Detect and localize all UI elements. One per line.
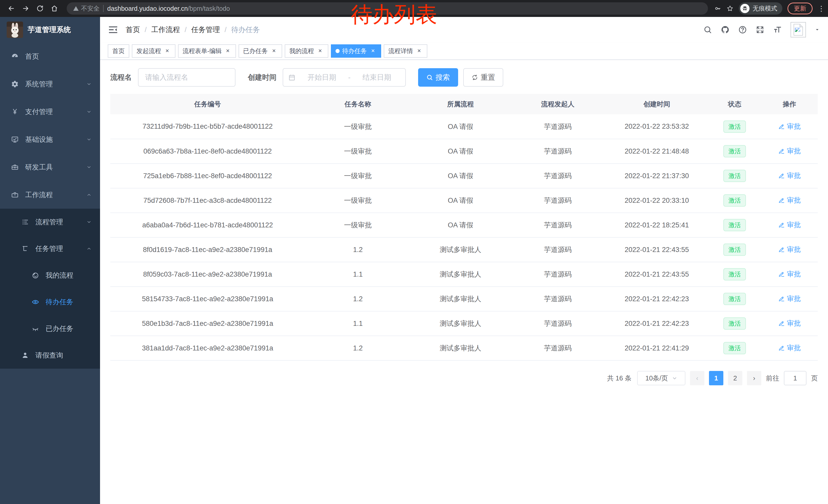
browser-forward-button[interactable]	[19, 2, 32, 15]
column-header: 任务编号	[110, 94, 305, 114]
tab-close-icon[interactable]: ×	[317, 47, 324, 55]
approve-label: 审批	[787, 171, 801, 180]
sidebar-item-7[interactable]: 任务管理	[0, 235, 100, 262]
sidebar-item-label: 工作流程	[25, 190, 53, 199]
breadcrumb-item[interactable]: 首页	[126, 25, 140, 35]
approve-link[interactable]: 审批	[778, 294, 801, 303]
approve-label: 审批	[787, 122, 801, 131]
cell-status: 激活	[708, 139, 761, 164]
sidebar-item-4[interactable]: 研发工具	[0, 153, 100, 181]
range-separator: -	[348, 73, 350, 82]
sidebar-item-1[interactable]: 系统管理	[0, 70, 100, 98]
search-button[interactable]: 搜索	[418, 68, 458, 87]
pen-icon	[778, 345, 785, 351]
approve-link[interactable]: 审批	[778, 269, 801, 279]
jump-prefix: 前往	[766, 374, 779, 383]
font-size-icon[interactable]	[773, 26, 782, 34]
approve-link[interactable]: 审批	[778, 319, 801, 328]
avatar[interactable]	[791, 22, 806, 37]
help-icon[interactable]	[738, 26, 747, 34]
approve-label: 审批	[787, 294, 801, 303]
tab-5[interactable]: 待办任务×	[331, 44, 381, 58]
cell-status: 激活	[708, 213, 761, 237]
search-icon[interactable]	[703, 26, 712, 34]
eyeclosed-icon	[31, 325, 40, 332]
jump-page-input[interactable]	[784, 371, 806, 385]
sidebar-fold-icon[interactable]	[108, 25, 118, 35]
tab-1[interactable]: 发起流程×	[132, 44, 175, 58]
page-size-select[interactable]: 10条/页	[637, 371, 686, 385]
breadcrumb-item[interactable]: 任务管理	[191, 25, 220, 35]
end-date-placeholder: 结束日期	[354, 73, 400, 82]
github-icon[interactable]	[721, 26, 730, 34]
tab-close-icon[interactable]: ×	[369, 47, 377, 55]
approve-link[interactable]: 审批	[778, 196, 801, 205]
cell-action: 审批	[761, 237, 818, 262]
status-badge: 激活	[723, 194, 746, 207]
tab-0[interactable]: 首页	[108, 44, 129, 58]
approve-label: 审批	[787, 220, 801, 229]
sidebar-item-3[interactable]: 基础设施	[0, 126, 100, 153]
sidebar-item-8[interactable]: 我的流程	[0, 262, 100, 289]
sidebar-item-5[interactable]: 工作流程	[0, 181, 100, 209]
sidebar-item-6[interactable]: 流程管理	[0, 209, 100, 235]
date-range-picker[interactable]: 开始日期 - 结束日期	[283, 68, 406, 87]
approve-link[interactable]: 审批	[778, 220, 801, 229]
not-secure-warning[interactable]: 不安全	[73, 4, 99, 12]
cell-status: 激活	[708, 164, 761, 188]
pen-icon	[778, 197, 785, 203]
status-badge: 激活	[723, 293, 746, 305]
tab-6[interactable]: 流程详情×	[384, 44, 427, 58]
person-icon	[21, 352, 29, 359]
approve-link[interactable]: 审批	[778, 245, 801, 254]
tab-close-icon[interactable]: ×	[224, 47, 232, 55]
warning-icon	[73, 5, 79, 11]
refresh-icon	[471, 74, 478, 81]
table-header: 任务编号任务名称所属流程流程发起人创建时间状态操作	[110, 94, 818, 114]
tab-4[interactable]: 我的流程×	[285, 44, 328, 58]
tab-3[interactable]: 已办任务×	[239, 44, 282, 58]
approve-link[interactable]: 审批	[778, 146, 801, 155]
tab-close-icon[interactable]: ×	[271, 47, 278, 55]
status-badge: 激活	[723, 121, 746, 133]
tab-close-icon[interactable]: ×	[416, 47, 423, 55]
browser-reload-button[interactable]	[34, 2, 46, 15]
sidebar-item-2[interactable]: 支付管理	[0, 98, 100, 126]
tab-label: 待办任务	[342, 47, 367, 55]
browser-actions: 无痕模式 更新 ⋮	[714, 2, 823, 15]
tab-2[interactable]: 流程表单-编辑×	[178, 44, 236, 58]
key-icon[interactable]	[714, 5, 721, 12]
tab-label: 发起流程	[136, 47, 161, 55]
approve-link[interactable]: 审批	[778, 343, 801, 353]
sidebar-item-0[interactable]: 首页	[0, 43, 100, 70]
page-button-1[interactable]: 1	[709, 371, 723, 385]
sidebar-logo[interactable]: 芋道管理系统	[0, 17, 100, 43]
process-name-input[interactable]	[138, 68, 236, 87]
cell-time: 2022-01-21 22:42:23	[606, 311, 708, 336]
cell-id: 75d72608-7b7f-11ec-a3c8-acde48001122	[110, 188, 305, 213]
cell-initiator: 芋道源码	[510, 114, 605, 139]
next-page-button[interactable]: ›	[747, 371, 761, 385]
sidebar-item-10[interactable]: 已办任务	[0, 315, 100, 342]
browser-home-button[interactable]	[48, 2, 60, 15]
table-row-4: a6aba0a4-7b6d-11ec-b781-acde48001122一级审批…	[110, 213, 818, 237]
browser-menu-icon[interactable]: ⋮	[818, 4, 823, 13]
task-table: 任务编号任务名称所属流程流程发起人创建时间状态操作 73211d9d-7b9b-…	[110, 94, 818, 361]
browser-back-button[interactable]	[5, 2, 17, 15]
sidebar-item-9[interactable]: 待办任务	[0, 289, 100, 315]
cell-id: 58154733-7ac8-11ec-a9e2-a2380e71991a	[110, 287, 305, 311]
browser-update-button[interactable]: 更新	[787, 3, 813, 14]
approve-link[interactable]: 审批	[778, 171, 801, 180]
prev-page-button[interactable]: ‹	[690, 371, 704, 385]
breadcrumb-item[interactable]: 工作流程	[151, 25, 180, 35]
avatar-caret-icon[interactable]	[815, 27, 820, 32]
reset-button[interactable]: 重置	[463, 68, 503, 87]
sidebar-item-11[interactable]: 请假查询	[0, 342, 100, 369]
tab-close-icon[interactable]: ×	[164, 47, 171, 55]
breadcrumb-item: 待办任务	[231, 25, 260, 35]
bookmark-star-icon[interactable]	[727, 5, 734, 12]
page-button-2[interactable]: 2	[728, 371, 742, 385]
address-bar[interactable]: 不安全 dashboard.yudao.iocoder.cn/bpm/task/…	[67, 2, 708, 15]
fullscreen-icon[interactable]	[756, 26, 764, 34]
approve-link[interactable]: 审批	[778, 122, 801, 131]
